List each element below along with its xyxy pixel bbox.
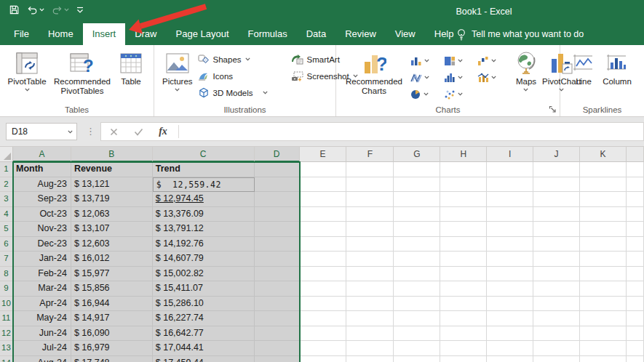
- cell-A4[interactable]: Oct-23: [13, 207, 71, 222]
- cell-C4[interactable]: $ 13,376.09: [153, 207, 255, 222]
- cell-L14[interactable]: [627, 356, 644, 362]
- insert-statistic-chart-button[interactable]: [441, 69, 474, 86]
- column-header-I[interactable]: I: [487, 147, 533, 162]
- cell-F14[interactable]: [346, 356, 394, 362]
- tab-view[interactable]: View: [386, 23, 425, 45]
- insert-column-or-bar-chart-button[interactable]: [408, 52, 441, 69]
- cell-D2[interactable]: [255, 177, 300, 193]
- cell-D9[interactable]: [255, 281, 300, 297]
- cell-D7[interactable]: [255, 252, 300, 267]
- cell-K14[interactable]: [580, 356, 627, 362]
- tab-page-layout[interactable]: Page Layout: [167, 23, 239, 45]
- cell-F7[interactable]: [346, 252, 394, 267]
- cell-D5[interactable]: [255, 222, 300, 237]
- cell-C6[interactable]: $ 14,192.76: [153, 237, 255, 252]
- cell-I2[interactable]: [487, 177, 533, 193]
- undo-button[interactable]: [27, 5, 44, 15]
- column-header-J[interactable]: J: [533, 147, 580, 162]
- row-header-3[interactable]: 3: [0, 192, 13, 207]
- cell-I9[interactable]: [487, 281, 533, 297]
- cell-H13[interactable]: [440, 341, 487, 356]
- cell-A13[interactable]: Jul-24: [13, 341, 71, 356]
- cell-A7[interactable]: Jan-24: [13, 252, 71, 267]
- cell-J2[interactable]: [533, 177, 580, 193]
- cell-L10[interactable]: [627, 297, 644, 312]
- cell-I4[interactable]: [487, 207, 533, 222]
- cell-F1[interactable]: [346, 162, 394, 177]
- cell-F11[interactable]: [346, 311, 394, 326]
- cell-G4[interactable]: [394, 207, 440, 222]
- cell-C11[interactable]: $ 16,227.74: [153, 311, 255, 326]
- cell-C8[interactable]: $ 15,002.82: [153, 267, 255, 282]
- tab-review[interactable]: Review: [335, 23, 386, 45]
- cell-H6[interactable]: [440, 237, 487, 252]
- cell-E7[interactable]: [300, 252, 347, 267]
- cell-J1[interactable]: [533, 162, 580, 177]
- cell-L1[interactable]: [627, 162, 644, 177]
- name-box[interactable]: D18: [6, 123, 77, 140]
- cell-I13[interactable]: [487, 341, 533, 356]
- cell-G9[interactable]: [394, 281, 440, 297]
- cell-L9[interactable]: [627, 281, 644, 297]
- cell-C3[interactable]: $ 12,974.45: [153, 192, 255, 207]
- insert-function-button[interactable]: fx: [151, 126, 175, 137]
- cell-F8[interactable]: [346, 267, 394, 282]
- cell-B3[interactable]: $ 13,719: [71, 192, 153, 207]
- row-header-9[interactable]: 9: [0, 281, 13, 297]
- cell-E5[interactable]: [300, 222, 347, 237]
- cell-I7[interactable]: [487, 252, 533, 267]
- cell-G3[interactable]: [394, 192, 440, 207]
- cell-A10[interactable]: Apr-24: [13, 297, 71, 312]
- cell-B6[interactable]: $ 12,603: [71, 237, 153, 252]
- cell-J6[interactable]: [533, 237, 580, 252]
- tab-file[interactable]: File: [4, 23, 39, 45]
- cell-A12[interactable]: Jun-24: [13, 326, 71, 342]
- name-box-dropdown-icon[interactable]: [63, 130, 76, 134]
- cell-H11[interactable]: [440, 311, 487, 326]
- cell-E10[interactable]: [300, 297, 347, 312]
- row-header-1[interactable]: 1: [0, 162, 13, 177]
- cell-C13[interactable]: $ 17,044.41: [153, 341, 255, 356]
- row-header-2[interactable]: 2: [0, 177, 13, 193]
- cell-L3[interactable]: [627, 192, 644, 207]
- cell-E12[interactable]: [300, 326, 347, 342]
- insert-waterfall-or-stock-chart-button[interactable]: [474, 52, 508, 69]
- tab-insert[interactable]: Insert: [83, 23, 126, 45]
- cell-C10[interactable]: $ 15,286.10: [153, 297, 255, 312]
- cell-B9[interactable]: $ 15,856: [71, 281, 153, 297]
- tab-draw[interactable]: Draw: [125, 23, 166, 45]
- cell-J11[interactable]: [533, 311, 580, 326]
- cell-L7[interactable]: [627, 252, 644, 267]
- cell-F12[interactable]: [346, 326, 394, 342]
- pivottable-button[interactable]: PivotTable: [4, 48, 49, 93]
- cell-H1[interactable]: [440, 162, 487, 177]
- cell-I3[interactable]: [487, 192, 533, 207]
- cancel-button[interactable]: [101, 128, 126, 136]
- column-header-G[interactable]: G: [394, 147, 440, 162]
- cell-B5[interactable]: $ 13,107: [71, 222, 153, 237]
- cell-J5[interactable]: [533, 222, 580, 237]
- cell-G13[interactable]: [394, 341, 440, 356]
- insert-scatter-or-bubble-chart-button[interactable]: [441, 86, 474, 102]
- cell-B11[interactable]: $ 14,917: [71, 311, 153, 326]
- cell-K8[interactable]: [580, 267, 627, 282]
- cell-B7[interactable]: $ 16,012: [71, 252, 153, 267]
- cell-E14[interactable]: [300, 356, 347, 362]
- cell-J9[interactable]: [533, 281, 580, 297]
- cell-C7[interactable]: $ 14,607.79: [153, 252, 255, 267]
- row-header-6[interactable]: 6: [0, 237, 13, 252]
- recommended-pivottables-button[interactable]: ? Recommended PivotTables: [49, 48, 115, 97]
- cell-G8[interactable]: [394, 267, 440, 282]
- cell-E6[interactable]: [300, 237, 347, 252]
- redo-button[interactable]: [52, 5, 69, 15]
- cell-D14[interactable]: [255, 356, 300, 362]
- tab-data[interactable]: Data: [297, 23, 335, 45]
- cell-K11[interactable]: [580, 311, 627, 326]
- cell-F5[interactable]: [346, 222, 394, 237]
- save-button[interactable]: [9, 4, 20, 15]
- cell-B4[interactable]: $ 12,063: [71, 207, 153, 222]
- cell-H14[interactable]: [440, 356, 487, 362]
- cell-L4[interactable]: [627, 207, 644, 222]
- cell-G6[interactable]: [394, 237, 440, 252]
- cell-C12[interactable]: $ 16,642.77: [153, 326, 255, 342]
